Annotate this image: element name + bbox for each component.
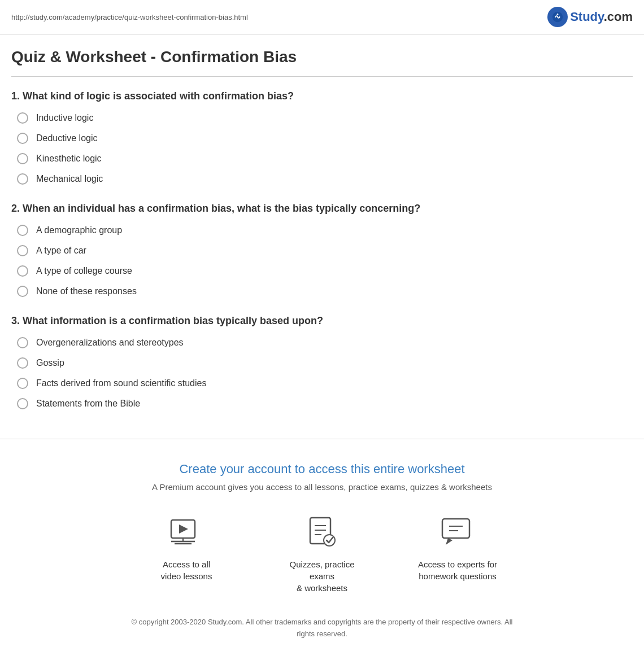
option-label-q2-o4: None of these responses	[36, 286, 137, 296]
feature-video-label: Access to allvideo lessons	[161, 558, 212, 582]
option-label-q2-o2: A type of car	[36, 246, 86, 256]
logo: Study.com	[547, 7, 633, 27]
svg-point-11	[324, 535, 335, 546]
question-1-option-2[interactable]: Deductive logic	[11, 133, 633, 144]
cta-subtitle: A Premium account gives you access to al…	[11, 482, 633, 492]
feature-experts: Access to experts forhomework questions	[412, 512, 503, 594]
option-label-q3-o1: Overgeneralizations and stereotypes	[36, 338, 184, 348]
feature-quiz: Quizzes, practice exams& worksheets	[277, 512, 367, 594]
question-3-text: 3. What information is a confirmation bi…	[11, 315, 633, 327]
radio-q3-o1[interactable]	[17, 337, 28, 348]
features-row: Access to allvideo lessons Quizzes, prac…	[11, 512, 633, 594]
svg-marker-3	[179, 524, 188, 534]
question-1-option-4[interactable]: Mechanical logic	[11, 173, 633, 185]
feature-quiz-label: Quizzes, practice exams& worksheets	[277, 558, 367, 594]
option-label-q1-o3: Kinesthetic logic	[36, 154, 102, 164]
question-1-option-3[interactable]: Kinesthetic logic	[11, 153, 633, 164]
radio-q3-o4[interactable]	[17, 398, 28, 409]
question-2-option-2[interactable]: A type of car	[11, 245, 633, 256]
quiz-icon	[302, 512, 342, 552]
question-3-option-1[interactable]: Overgeneralizations and stereotypes	[11, 337, 633, 348]
main-content: Quiz & Worksheet - Confirmation Bias 1. …	[0, 34, 644, 439]
option-label-q2-o1: A demographic group	[36, 225, 122, 235]
option-label-q3-o4: Statements from the Bible	[36, 399, 140, 409]
question-1: 1. What kind of logic is associated with…	[11, 90, 633, 185]
top-bar: http://study.com/academy/practice/quiz-w…	[0, 0, 644, 34]
cta-title: Create your account to access this entir…	[11, 462, 633, 477]
radio-q2-o2[interactable]	[17, 245, 28, 256]
feature-video: Access to allvideo lessons	[141, 512, 232, 594]
page-title: Quiz & Worksheet - Confirmation Bias	[11, 40, 633, 66]
question-2-text: 2. When an individual has a confirmation…	[11, 203, 633, 215]
radio-q1-o4[interactable]	[17, 173, 28, 185]
option-label-q1-o4: Mechanical logic	[36, 174, 103, 184]
option-label-q3-o2: Gossip	[36, 358, 64, 368]
option-label-q1-o2: Deductive logic	[36, 133, 98, 143]
chat-icon	[438, 512, 477, 552]
question-3-option-3[interactable]: Facts derived from sound scientific stud…	[11, 378, 633, 389]
question-1-text: 1. What kind of logic is associated with…	[11, 90, 633, 102]
logo-icon	[547, 7, 568, 27]
radio-q1-o1[interactable]	[17, 112, 28, 124]
url-display: http://study.com/academy/practice/quiz-w…	[11, 13, 248, 21]
questions-container: 1. What kind of logic is associated with…	[11, 90, 633, 409]
question-1-option-1[interactable]: Inductive logic	[11, 112, 633, 124]
radio-q3-o3[interactable]	[17, 378, 28, 389]
option-label-q3-o3: Facts derived from sound scientific stud…	[36, 378, 206, 388]
svg-marker-15	[446, 538, 452, 545]
cta-section: Create your account to access this entir…	[0, 439, 644, 657]
option-label-q1-o1: Inductive logic	[36, 113, 93, 123]
question-2: 2. When an individual has a confirmation…	[11, 203, 633, 297]
radio-q3-o2[interactable]	[17, 357, 28, 369]
title-divider	[11, 76, 633, 77]
svg-point-1	[557, 14, 559, 15]
radio-q1-o3[interactable]	[17, 153, 28, 164]
svg-rect-12	[442, 519, 469, 538]
option-label-q2-o3: A type of college course	[36, 266, 132, 276]
question-3-option-2[interactable]: Gossip	[11, 357, 633, 369]
radio-q2-o3[interactable]	[17, 265, 28, 277]
question-2-option-4[interactable]: None of these responses	[11, 286, 633, 297]
feature-experts-label: Access to experts forhomework questions	[418, 558, 497, 582]
question-3: 3. What information is a confirmation bi…	[11, 315, 633, 409]
question-2-option-3[interactable]: A type of college course	[11, 265, 633, 277]
question-2-option-1[interactable]: A demographic group	[11, 225, 633, 236]
video-icon	[167, 512, 206, 552]
radio-q2-o4[interactable]	[17, 286, 28, 297]
logo-text: Study.com	[570, 10, 633, 24]
copyright-text: © copyright 2003-2020 Study.com. All oth…	[124, 617, 520, 640]
question-3-option-4[interactable]: Statements from the Bible	[11, 398, 633, 409]
radio-q2-o1[interactable]	[17, 225, 28, 236]
radio-q1-o2[interactable]	[17, 133, 28, 144]
